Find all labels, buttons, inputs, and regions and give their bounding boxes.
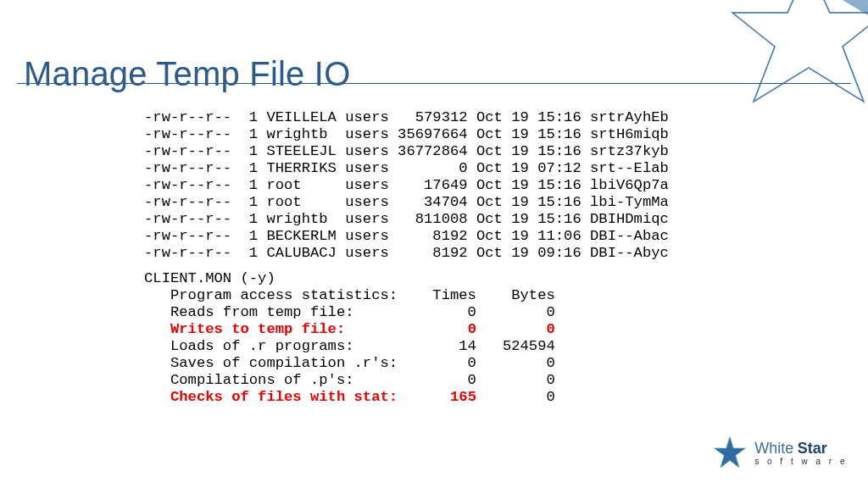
svg-marker-4	[715, 437, 746, 468]
page-title: Manage Temp File IO	[24, 55, 350, 93]
logo-word-1: White	[754, 440, 793, 457]
stats-listing: CLIENT.MON (-y) Program access statistic…	[144, 270, 555, 406]
svg-marker-1	[732, 0, 868, 102]
title-divider	[17, 83, 851, 84]
star-icon	[712, 435, 748, 471]
logo-sub: s o f t w a r e	[754, 458, 848, 466]
logo: White Star s o f t w a r e	[712, 435, 848, 471]
file-listing: -rw-r--r-- 1 VEILLELA users 579312 Oct 1…	[144, 109, 669, 262]
logo-word-2: Star	[798, 440, 827, 457]
decorative-star	[715, 0, 868, 119]
svg-marker-2	[843, 0, 868, 25]
svg-marker-0	[732, 0, 868, 102]
